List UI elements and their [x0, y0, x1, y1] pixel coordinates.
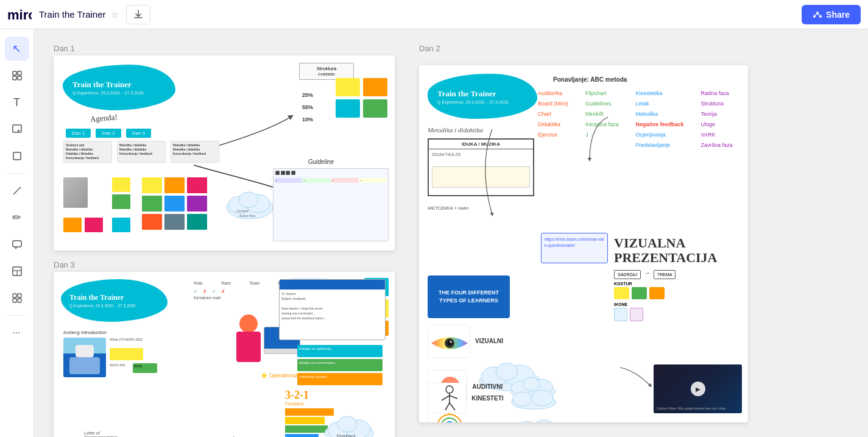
dan2-col4: Radna faza Struktura: Teorija Uloge VARK…	[701, 88, 733, 151]
topbar: miro Train the Trainer ☆ Share	[0, 0, 868, 29]
dan3-sticky-who: PPFR	[133, 363, 157, 373]
kinesteti-cloud-svg	[509, 386, 559, 410]
svg-point-34	[450, 341, 452, 343]
ki3	[649, 287, 665, 299]
shapes-tool[interactable]	[5, 144, 29, 168]
apps-tool[interactable]	[5, 286, 29, 310]
dan3-what-others: What OTHERS SEE	[110, 338, 143, 341]
dan3-feedback-cloud: Feedback	[322, 412, 376, 437]
item-negative-feedback: Negative feedback	[636, 119, 684, 130]
audiovizualni-cloud-svg	[515, 414, 559, 423]
svg-rect-17	[13, 294, 16, 297]
action2: dalajte za samoocjenu	[297, 359, 383, 371]
dan1-frame[interactable]: Train the Trainer Q Experience, 25.3.202…	[54, 55, 395, 250]
dan3-frame[interactable]: Train the Trainer Q Experience, 25.3.202…	[54, 272, 395, 437]
s5	[112, 218, 130, 232]
svg-line-53	[450, 396, 457, 399]
pct2: 55%	[302, 104, 313, 110]
ph1: Role	[194, 281, 202, 285]
svg-rect-13	[13, 241, 21, 247]
check2: ✗	[203, 289, 207, 294]
play-button[interactable]: ▶	[691, 382, 705, 396]
feedback-cloud-svg: Feedback	[322, 412, 376, 437]
dan1-table-grid: -- -- -- --	[273, 177, 388, 184]
item-kinestetika: Kinestetika	[636, 88, 684, 99]
dan2-kostur-label: KOSTUR	[614, 282, 742, 286]
dan2-ikone-label: IKONE	[614, 302, 742, 307]
check1: ✓	[194, 289, 198, 294]
dan2-frame[interactable]: Train the Trainer Q Experience, 25.3.202…	[419, 65, 748, 422]
tc3: --	[331, 178, 359, 183]
s4	[85, 218, 103, 232]
item-teorija: Teorija	[701, 109, 733, 119]
dan2-vizualna-boxes: SADRZAJ → TREMA	[614, 270, 742, 279]
ki1	[614, 287, 629, 299]
dan2-vizualna-title: VIZUALNAPREZENTACIJA	[614, 236, 742, 265]
more-tools[interactable]: ···	[5, 321, 29, 345]
dan1-sticky-cluster-left	[63, 177, 130, 232]
tc1: --	[275, 178, 302, 183]
svg-rect-8	[13, 76, 16, 80]
sm7	[142, 214, 162, 230]
item-board: Board (Miro)	[538, 99, 568, 109]
person-head	[239, 314, 258, 333]
sm2	[164, 177, 185, 193]
dan1-table: ⬛ ⬛ ⬛ ⬛ -- -- -- --	[273, 168, 389, 241]
dan2-link-box[interactable]: https://miro.team.com/show-vark-question…	[541, 233, 608, 263]
frames-tool[interactable]	[5, 63, 29, 88]
item-metodika-blue: Metodika	[636, 109, 684, 119]
item-ejercice: Ejercice	[538, 130, 568, 140]
dan3-feedback-sub: Feedback	[285, 402, 346, 406]
left-column: Dan 1	[54, 44, 395, 422]
cloud-svg: Comunty Auteur Beta	[224, 187, 276, 220]
star-icon[interactable]: ☆	[111, 10, 119, 20]
dan3-section: Dan 3 Train the Trainer Q Experience, 25…	[54, 260, 395, 437]
ki2	[632, 287, 647, 299]
sticky-cr1	[336, 99, 360, 118]
vb1: SADRZAJ	[614, 270, 641, 279]
comment-tool[interactable]	[5, 232, 29, 257]
dan2-didaktika-55: DIDAKTIKA-55	[432, 152, 460, 157]
left-toolbar: ↖ T ✏	[0, 29, 34, 437]
line-tool[interactable]	[5, 179, 29, 203]
svg-point-49	[534, 419, 554, 422]
dan2-title: Train the Trainer	[437, 89, 528, 99]
share-button[interactable]: Share	[802, 5, 861, 24]
card1: Struktura radiMetodika i didaktikaDidakt…	[63, 141, 112, 163]
board-title: Train the Trainer	[39, 9, 106, 20]
svg-text:Auteur Beta: Auteur Beta	[239, 214, 256, 218]
icon-ph1	[614, 308, 627, 321]
icon-ph2	[630, 308, 643, 321]
svg-point-30	[337, 416, 357, 432]
dan2-col3: Kinestetika Letak Metodika Negative feed…	[636, 88, 684, 151]
canvas[interactable]: Dan 1	[34, 29, 868, 437]
pct3: 10%	[302, 116, 313, 123]
layout-tool[interactable]	[5, 259, 29, 283]
pen-tool[interactable]: ✏	[5, 205, 29, 230]
video-caption: Graham Shaw: Why people believe they can…	[657, 407, 725, 410]
mockup-content: To: learner Subject: feedback Dear learn…	[280, 290, 385, 322]
dan2-video-thumb[interactable]: Graham Shaw: Why people believe they can…	[654, 364, 742, 413]
sm4	[142, 196, 162, 211]
dan2-review-title: Ponavljanje: ABC metoda	[553, 76, 627, 83]
dan1-section: Dan 1	[54, 44, 395, 250]
tab-dan1: Dan 1	[66, 129, 91, 138]
s1	[112, 177, 130, 192]
mockup-header	[280, 280, 385, 290]
svg-rect-9	[18, 76, 21, 80]
dan2-icons-row	[614, 308, 742, 321]
dan2-four-types-box: THE FOUR DIFFERENT TYPES OF LEARNERS	[428, 275, 510, 318]
export-button[interactable]	[126, 5, 150, 24]
dan2-abc-columns: Auditorika Board (Miro) Chart Didaktika …	[538, 88, 733, 151]
dan3-action-stickies: idalajte uz aplikaciju dalajte za samooc…	[297, 345, 389, 388]
text-tool[interactable]: T	[5, 90, 29, 115]
svg-line-52	[442, 396, 450, 400]
sticky-note-tool[interactable]	[5, 117, 29, 141]
sm1	[142, 177, 162, 193]
cursor-tool[interactable]: ↖	[5, 37, 29, 61]
dan3-letter-label: Letter ofRecommendation	[84, 431, 118, 437]
dan1-cards-row: Struktura radiMetodika i didaktikaDidakt…	[63, 141, 219, 163]
item-vark: VARK	[701, 130, 733, 140]
dan3-title: Train the Trainer	[69, 293, 159, 302]
card3: Metodika i didaktikaMetodika i didaktika…	[171, 141, 219, 163]
